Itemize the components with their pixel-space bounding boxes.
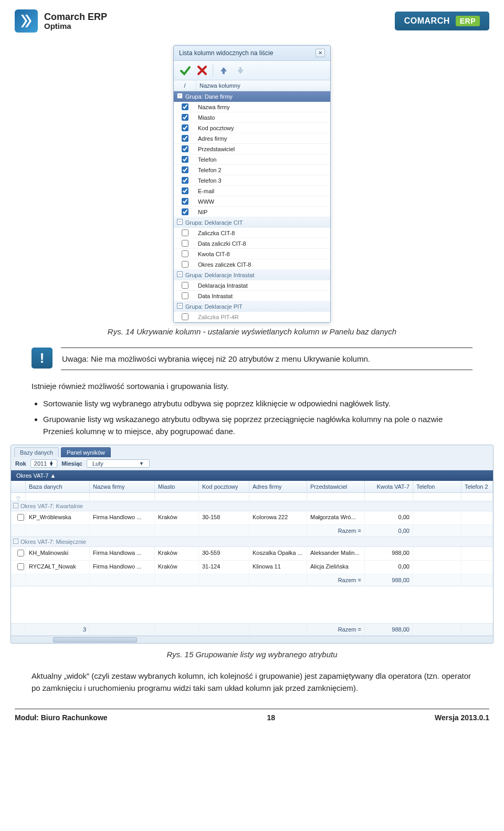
- column-label: Deklaracja Intrastat: [196, 282, 330, 289]
- col-baza[interactable]: Baza danych: [26, 481, 90, 492]
- collapse-toggle-icon[interactable]: −: [177, 271, 183, 277]
- column-item[interactable]: NIP: [174, 207, 330, 217]
- cell-af: Koszalka Opałka ...: [249, 547, 307, 560]
- grid-filter-row[interactable]: ▽: [11, 493, 493, 501]
- column-item[interactable]: WWW: [174, 196, 330, 207]
- column-item[interactable]: Miasto: [174, 112, 330, 123]
- column-group[interactable]: −Grupa: Deklaracje PIT: [174, 301, 330, 312]
- cell-db: RYCZAŁT_Nowak: [26, 561, 90, 574]
- brand-text: Comarch ERP Optima: [44, 12, 107, 30]
- col-select[interactable]: [11, 481, 26, 492]
- column-item[interactable]: Kwota CIT-8: [174, 249, 330, 259]
- list-header-slash[interactable]: /: [174, 80, 196, 91]
- column-item[interactable]: Zaliczka CIT-8: [174, 228, 330, 238]
- column-label: Telefon: [196, 156, 330, 163]
- confirm-icon[interactable]: [179, 64, 192, 77]
- col-kwota[interactable]: Kwota VAT-7: [365, 481, 413, 492]
- column-item[interactable]: Telefon 2: [174, 165, 330, 175]
- row-checkbox[interactable]: [17, 514, 24, 521]
- collapse-toggle-icon[interactable]: −: [177, 219, 183, 225]
- cell-nf: Firma Handlowo ...: [90, 561, 155, 574]
- collapse-toggle-icon[interactable]: −: [177, 93, 183, 99]
- tab-databases[interactable]: Bazy danych: [14, 447, 59, 457]
- month-combo[interactable]: Luty ▼: [87, 459, 150, 468]
- column-item[interactable]: Telefon: [174, 154, 330, 165]
- footer-page-number: 18: [267, 713, 275, 722]
- column-label: Zaliczka PIT-4R: [196, 314, 330, 320]
- badge-text: COMARCH: [404, 16, 450, 25]
- column-checkbox[interactable]: [182, 229, 188, 236]
- horizontal-scrollbar[interactable]: [11, 636, 493, 643]
- column-checkbox[interactable]: [182, 156, 188, 163]
- column-checkbox[interactable]: [182, 166, 188, 173]
- spinner-icon: ▲▼: [49, 461, 54, 467]
- scrollbar-thumb[interactable]: [53, 637, 137, 643]
- grid-subgroup[interactable]: −Okres VAT-7: Kwartalnie: [11, 501, 493, 511]
- column-item[interactable]: Nazwa firmy: [174, 102, 330, 112]
- column-group[interactable]: ▶−Grupa: Dane firmy: [174, 91, 330, 102]
- column-item[interactable]: Data Intrastat: [174, 291, 330, 301]
- sum-value: 0,00: [365, 525, 413, 537]
- column-item[interactable]: Zaliczka PIT-4R: [174, 312, 330, 322]
- column-checkbox[interactable]: [182, 124, 188, 131]
- move-up-icon[interactable]: [217, 64, 230, 77]
- column-checkbox[interactable]: [182, 282, 188, 289]
- row-checkbox[interactable]: [17, 563, 24, 570]
- col-adres[interactable]: Adres firmy: [249, 481, 307, 492]
- column-item[interactable]: Deklaracja Intrastat: [174, 280, 330, 291]
- column-checkbox[interactable]: [182, 208, 188, 215]
- col-tel2[interactable]: Telefon 2: [461, 481, 493, 492]
- table-row[interactable]: KH_MalinowskiFirma Handlowa ...Kraków30-…: [11, 547, 493, 561]
- collapse-toggle-icon[interactable]: −: [177, 303, 183, 309]
- collapse-toggle-icon[interactable]: −: [13, 503, 18, 508]
- column-item[interactable]: E-mail: [174, 186, 330, 196]
- column-checkbox[interactable]: [182, 135, 188, 142]
- dialog-body[interactable]: ▶−Grupa: Dane firmyNazwa firmyMiastoKod …: [174, 91, 330, 322]
- list-header-name[interactable]: Nazwa kolumny: [196, 80, 330, 91]
- tab-results[interactable]: Panel wyników: [61, 447, 111, 457]
- column-checkbox[interactable]: [182, 145, 188, 152]
- column-item[interactable]: Okres zaliczek CIT-8: [174, 259, 330, 270]
- column-checkbox[interactable]: [182, 240, 188, 247]
- column-checkbox[interactable]: [182, 114, 188, 121]
- move-down-icon[interactable]: [234, 64, 247, 77]
- column-item[interactable]: Adres firmy: [174, 133, 330, 144]
- para-intro: Istnieje również możliwość sortowania i …: [32, 381, 472, 393]
- col-nazwa[interactable]: Nazwa firmy: [90, 481, 155, 492]
- table-row[interactable]: RYCZAŁT_NowakFirma Handlowo ...Kraków31-…: [11, 561, 493, 574]
- column-item[interactable]: Przedstawiciel: [174, 144, 330, 154]
- collapse-toggle-icon[interactable]: −: [13, 539, 18, 544]
- column-label: Data Intrastat: [196, 293, 330, 299]
- subgroup-sum-row: Razem =0,00: [11, 525, 493, 537]
- column-checkbox[interactable]: [182, 313, 188, 320]
- column-checkbox[interactable]: [182, 177, 188, 184]
- column-group[interactable]: −Grupa: Deklaracje Intrastat: [174, 270, 330, 280]
- column-item[interactable]: Telefon 3: [174, 175, 330, 186]
- table-row[interactable]: KP_WróblewskaFirma Handlowo ...Kraków30-…: [11, 511, 493, 525]
- grid-subgroup[interactable]: −Okres VAT-7: Miesięcznie: [11, 537, 493, 547]
- col-kod[interactable]: Kod pocztowy: [199, 481, 249, 492]
- column-checkbox[interactable]: [182, 187, 188, 194]
- toolbar-separator: [213, 64, 213, 77]
- column-checkbox[interactable]: [182, 261, 188, 268]
- column-checkbox[interactable]: [182, 250, 188, 257]
- year-spinner[interactable]: 2011 ▲▼: [30, 459, 57, 468]
- grouping-bar[interactable]: Okres VAT-7 ▲: [11, 470, 493, 481]
- cell-pr: Alicja Zielińska: [307, 561, 365, 574]
- column-checkbox[interactable]: [182, 198, 188, 205]
- row-checkbox[interactable]: [17, 550, 24, 556]
- column-checkbox[interactable]: [182, 292, 188, 299]
- close-icon[interactable]: ✕: [316, 49, 325, 57]
- column-group[interactable]: −Grupa: Deklaracje CIT: [174, 217, 330, 228]
- col-tel[interactable]: Telefon: [413, 481, 461, 492]
- column-label: WWW: [196, 198, 330, 205]
- column-label: Zaliczka CIT-8: [196, 230, 330, 236]
- col-miasto[interactable]: Miasto: [155, 481, 199, 492]
- column-checkbox[interactable]: [182, 103, 188, 110]
- col-przed[interactable]: Przedstawiciel: [307, 481, 365, 492]
- closing-text: Aktualny „widok” (czyli zestaw wybranych…: [0, 670, 504, 694]
- column-item[interactable]: Data zaliczki CIT-8: [174, 238, 330, 249]
- dialog-titlebar[interactable]: Lista kolumn widocznych na liście ✕: [174, 46, 330, 61]
- column-item[interactable]: Kod pocztowy: [174, 123, 330, 133]
- cancel-icon[interactable]: [196, 64, 208, 77]
